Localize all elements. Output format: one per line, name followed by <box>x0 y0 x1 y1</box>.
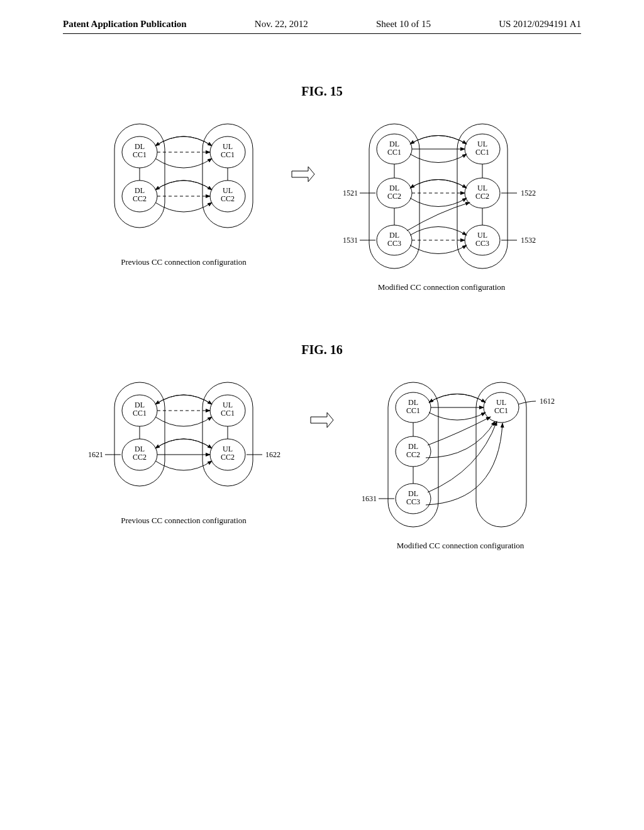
svg-text:UL: UL <box>223 445 233 453</box>
svg-text:CC2: CC2 <box>221 194 235 203</box>
fig15-modified: DL CC1 UL CC1 DL CC2 UL CC2 DL CC3 UL CC… <box>335 118 548 292</box>
svg-text:CC1: CC1 <box>221 409 235 418</box>
svg-text:1532: 1532 <box>521 236 536 245</box>
svg-text:CC2: CC2 <box>475 192 489 201</box>
svg-text:CC1: CC1 <box>133 150 147 159</box>
svg-text:CC1: CC1 <box>133 409 147 418</box>
fig16-previous: DL CC1 UL CC1 DL CC2 UL CC2 1621 1622 Pr… <box>77 376 291 526</box>
svg-text:1531: 1531 <box>343 236 358 245</box>
svg-text:CC2: CC2 <box>133 453 147 462</box>
svg-text:UL: UL <box>223 186 233 195</box>
svg-text:UL: UL <box>496 398 506 407</box>
page-header: Patent Application Publication Nov. 22, … <box>63 19 581 34</box>
fig15-mod-caption: Modified CC connection configuration <box>378 282 506 292</box>
svg-text:DL: DL <box>135 401 145 409</box>
fig15-prev-caption: Previous CC connection configuration <box>121 257 247 267</box>
fig15-previous: DL CC1 UL CC1 DL CC2 UL CC2 Previous CC … <box>96 118 272 267</box>
svg-text:CC3: CC3 <box>475 239 489 248</box>
svg-text:1612: 1612 <box>540 397 555 406</box>
fig16-mod-caption: Modified CC connection configuration <box>397 541 525 551</box>
svg-text:1522: 1522 <box>521 189 536 197</box>
fig16-modified: DL CC1 UL CC1 DL CC2 DL CC3 1612 1631 Mo… <box>353 376 567 551</box>
svg-text:UL: UL <box>477 140 487 148</box>
header-date: Nov. 22, 2012 <box>255 19 308 30</box>
svg-text:DL: DL <box>389 140 399 148</box>
header-left: Patent Application Publication <box>63 19 187 30</box>
svg-text:DL: DL <box>408 489 418 498</box>
svg-text:UL: UL <box>223 142 233 151</box>
svg-text:CC3: CC3 <box>406 497 420 506</box>
svg-text:UL: UL <box>477 231 487 240</box>
header-pubno: US 2012/0294191 A1 <box>499 19 581 30</box>
svg-text:1631: 1631 <box>362 494 377 503</box>
svg-text:CC2: CC2 <box>406 450 420 459</box>
fig15-title: FIG. 15 <box>63 84 581 99</box>
svg-text:DL: DL <box>135 142 145 151</box>
svg-text:CC1: CC1 <box>406 406 420 415</box>
fig16-prev-caption: Previous CC connection configuration <box>121 516 247 526</box>
svg-text:DL: DL <box>408 398 418 407</box>
fig15-container: DL CC1 UL CC1 DL CC2 UL CC2 Previous CC … <box>63 118 581 292</box>
fig15-arrow-icon <box>291 118 316 250</box>
svg-text:UL: UL <box>477 184 487 192</box>
svg-text:DL: DL <box>408 442 418 451</box>
svg-text:DL: DL <box>389 184 399 192</box>
fig15-prev-svg: DL CC1 UL CC1 DL CC2 UL CC2 <box>96 118 272 250</box>
svg-text:1621: 1621 <box>88 450 103 459</box>
svg-text:DL: DL <box>135 445 145 453</box>
svg-text:CC1: CC1 <box>387 148 401 157</box>
fig16-container: DL CC1 UL CC1 DL CC2 UL CC2 1621 1622 Pr… <box>63 376 581 551</box>
fig16-arrow-icon <box>309 376 335 508</box>
svg-text:1521: 1521 <box>343 189 358 197</box>
fig16-title: FIG. 16 <box>63 343 581 357</box>
fig16-mod-svg: DL CC1 UL CC1 DL CC2 DL CC3 1612 1631 <box>353 376 567 533</box>
svg-text:UL: UL <box>223 401 233 409</box>
svg-text:1622: 1622 <box>265 450 280 459</box>
svg-text:DL: DL <box>135 186 145 195</box>
svg-text:DL: DL <box>389 231 399 240</box>
svg-text:CC1: CC1 <box>475 148 489 157</box>
fig15-mod-svg: DL CC1 UL CC1 DL CC2 UL CC2 DL CC3 UL CC… <box>335 118 548 275</box>
svg-text:CC1: CC1 <box>494 406 508 415</box>
svg-text:CC3: CC3 <box>387 239 401 248</box>
svg-text:CC2: CC2 <box>221 453 235 462</box>
svg-text:CC2: CC2 <box>387 192 401 201</box>
svg-text:CC2: CC2 <box>133 194 147 203</box>
fig16-prev-svg: DL CC1 UL CC1 DL CC2 UL CC2 1621 1622 <box>77 376 291 508</box>
svg-text:CC1: CC1 <box>221 150 235 159</box>
page: Patent Application Publication Nov. 22, … <box>0 0 644 570</box>
header-sheet: Sheet 10 of 15 <box>376 19 431 30</box>
